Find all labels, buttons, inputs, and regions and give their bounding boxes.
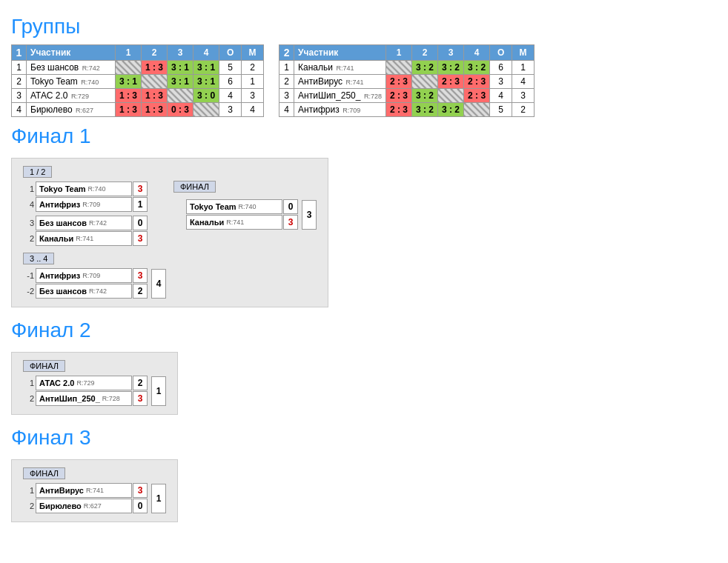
match-row: КанальиR:7413 bbox=[173, 215, 298, 230]
final2-matches: 1АТАС 2.0R:72922АнтиШип_250_R:72831 bbox=[23, 376, 166, 407]
team-name: Бирюлево bbox=[39, 502, 82, 510]
row-position: 4 bbox=[12, 103, 27, 117]
score-cell: 3 : 2 bbox=[412, 89, 438, 103]
row-position: 2 bbox=[12, 75, 27, 89]
row-position: 3 bbox=[279, 89, 294, 103]
score-cell: 3 : 1 bbox=[168, 75, 193, 89]
match-row: 2КанальиR:7413 bbox=[23, 231, 148, 246]
team-rating: R:741 bbox=[86, 487, 104, 494]
team-rating: R:709 bbox=[82, 272, 100, 279]
score-cell: 3 : 1 bbox=[168, 61, 193, 75]
participant-name-cell: Канальи R:741 bbox=[294, 61, 386, 75]
num-col-header: 2 bbox=[142, 45, 168, 61]
final1-final-label: ФИНАЛ bbox=[173, 181, 216, 193]
seed-number: 2 bbox=[23, 502, 34, 510]
team-rating: R:740 bbox=[88, 185, 106, 193]
participant-name-cell: АТАС 2.0 R:729 bbox=[27, 89, 116, 103]
team-rating: R:729 bbox=[69, 93, 89, 100]
num-col-header: 2 bbox=[412, 45, 438, 61]
team-rating: R:709 bbox=[82, 201, 100, 208]
seed-number: 2 bbox=[23, 234, 34, 243]
team-box: АнтиВирусR:741 bbox=[36, 483, 132, 498]
row-position: 1 bbox=[12, 61, 27, 75]
team-box: АнтифризR:709 bbox=[36, 268, 132, 283]
final2-title: Финал 2 bbox=[11, 319, 717, 342]
matches-cell: 3 bbox=[512, 89, 535, 103]
score-cell: 3 : 2 bbox=[412, 103, 438, 117]
match12a: 1Tokyo TeamR:74034АнтифризR:7091 bbox=[23, 181, 166, 213]
team-box: Tokyo TeamR:740 bbox=[36, 181, 132, 196]
team-box: КанальиR:741 bbox=[36, 231, 132, 246]
score-cell: 3 : 1 bbox=[193, 61, 219, 75]
team-rating: R:627 bbox=[84, 502, 102, 510]
score-cell bbox=[142, 75, 168, 89]
participant-name-cell: АнтиШип_250_ R:728 bbox=[294, 89, 386, 103]
team-name: Антифриз bbox=[298, 104, 340, 115]
team-name: Антифриз bbox=[39, 200, 80, 209]
team-name: АнтиВирус bbox=[39, 486, 84, 495]
team-box: АнтифризR:709 bbox=[36, 197, 132, 212]
team-rating: R:742 bbox=[89, 219, 107, 227]
match-score: 3 bbox=[133, 181, 148, 196]
team-name: Канальи bbox=[190, 218, 224, 227]
match-row: 2БирюлевоR:6270 bbox=[23, 499, 148, 513]
score-cell: 3 : 0 bbox=[193, 89, 219, 103]
score-cell: 3 : 2 bbox=[438, 61, 464, 75]
final3-section: Финал 3 ФИНАЛ 1АнтиВирусR:74132БирюлевоR… bbox=[11, 426, 717, 522]
bracket12-label: 1 / 2 bbox=[23, 166, 52, 178]
bracket-result: 1 bbox=[151, 484, 166, 513]
team-rating: R:742 bbox=[80, 64, 100, 72]
team-name: Tokyo Team bbox=[39, 184, 86, 193]
row-position: 2 bbox=[279, 75, 294, 89]
seed-number: -1 bbox=[23, 271, 34, 280]
team-rating: R:741 bbox=[76, 235, 93, 242]
final3-matches: 1АнтиВирусR:74132БирюлевоR:62701 bbox=[23, 483, 166, 514]
group-number: 1 bbox=[12, 45, 27, 61]
match-score: 3 bbox=[133, 391, 148, 406]
match-row: 1АнтиВирусR:7413 bbox=[23, 483, 148, 498]
team-rating: R:729 bbox=[76, 379, 94, 387]
match-row: -2Без шансовR:7422 bbox=[23, 284, 148, 299]
score-cell bbox=[116, 61, 142, 75]
match-row: 1Tokyo TeamR:7403 bbox=[23, 181, 148, 196]
team-name: Канальи bbox=[39, 234, 73, 243]
team-box: АТАС 2.0R:729 bbox=[36, 376, 132, 390]
score-cell: 3 : 1 bbox=[193, 75, 219, 89]
match-score: 3 bbox=[283, 215, 298, 230]
match-row: 2АнтиШип_250_R:7283 bbox=[23, 391, 148, 406]
points-cell: 6 bbox=[490, 61, 512, 75]
final1-matches: Tokyo TeamR:7400КанальиR:74133 bbox=[173, 199, 317, 230]
score-cell: 2 : 3 bbox=[386, 89, 412, 103]
matches-cell: 3 bbox=[242, 89, 264, 103]
row-position: 1 bbox=[279, 61, 294, 75]
team-name: Бирюлево bbox=[30, 104, 73, 115]
seed-number: 1 bbox=[23, 379, 34, 387]
score-cell: 3 : 2 bbox=[438, 103, 464, 117]
team-name: Без шансов bbox=[30, 62, 79, 73]
seed-number: 3 bbox=[23, 219, 34, 227]
bracket-34: 3 .. 4 -1АнтифризR:7093-2Без шансовR:742… bbox=[23, 253, 166, 299]
score-cell bbox=[168, 89, 193, 103]
table-row: 3АТАС 2.0 R:7291 : 31 : 33 : 043 bbox=[12, 89, 264, 103]
match-score: 0 bbox=[283, 199, 298, 214]
bracket-result: 1 bbox=[151, 376, 166, 406]
score-cell: 2 : 3 bbox=[438, 75, 464, 89]
score-cell bbox=[438, 89, 464, 103]
om-col-header: М bbox=[242, 45, 264, 61]
team-rating: R:728 bbox=[102, 395, 120, 402]
finals-row: 1 / 2 1Tokyo TeamR:74034АнтифризR:7091 3… bbox=[23, 166, 317, 299]
team-name: АнтиШип_250_ bbox=[39, 394, 100, 403]
table-row: 2АнтиВирус R:7412 : 32 : 32 : 334 bbox=[279, 75, 535, 89]
group-number: 2 bbox=[279, 45, 294, 61]
score-cell bbox=[412, 75, 438, 89]
page-title: Группы bbox=[11, 15, 717, 39]
final3-bracket: ФИНАЛ 1АнтиВирусR:74132БирюлевоR:62701 bbox=[11, 459, 178, 522]
team-name: Без шансов bbox=[39, 287, 87, 296]
score-cell bbox=[193, 103, 219, 117]
match34: -1АнтифризR:7093-2Без шансовR:74224 bbox=[23, 268, 166, 299]
matches-cell: 4 bbox=[242, 103, 264, 117]
match-score: 3 bbox=[133, 231, 148, 246]
match-row: 1АТАС 2.0R:7292 bbox=[23, 376, 148, 390]
match-row: 3Без шансовR:7420 bbox=[23, 216, 148, 230]
score-cell: 2 : 3 bbox=[386, 75, 412, 89]
